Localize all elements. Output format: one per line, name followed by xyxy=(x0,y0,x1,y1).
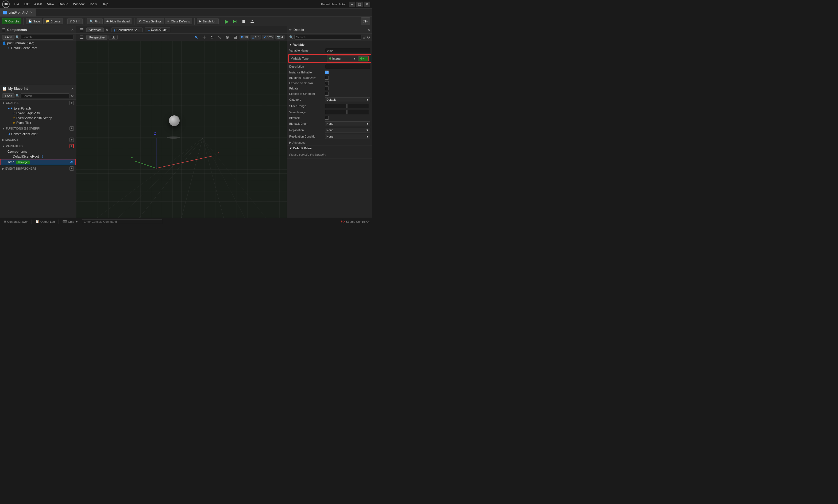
functions-add-icon[interactable]: + xyxy=(70,126,74,131)
details-close-button[interactable]: ✕ xyxy=(368,28,370,32)
menu-help[interactable]: Help xyxy=(100,2,110,7)
blueprint-search-input[interactable] xyxy=(21,93,70,98)
viewport-menu-button[interactable]: ☰ xyxy=(78,27,85,33)
rotate-mode-button[interactable]: ↻ xyxy=(209,34,215,40)
content-drawer-button[interactable]: ⊞ Content Drawer xyxy=(2,219,30,224)
output-log-button[interactable]: 📋 Output Log xyxy=(34,219,56,224)
omo-visibility-icon[interactable]: 👁 xyxy=(70,160,73,164)
details-settings-button[interactable]: ⚙ xyxy=(367,35,370,39)
viewport-tab[interactable]: Viewport xyxy=(86,28,104,32)
blueprint-read-only-checkbox[interactable] xyxy=(325,76,329,79)
menu-window[interactable]: Window xyxy=(71,2,87,7)
value-range-min[interactable] xyxy=(325,110,347,114)
variables-components-item[interactable]: Components xyxy=(0,149,76,154)
variable-type-end-button[interactable]: ▼ xyxy=(359,56,368,61)
blueprint-settings-icon[interactable]: ⚙ xyxy=(71,94,74,98)
source-control-button[interactable]: 🚫 Source Control Off xyxy=(341,220,370,223)
default-value-section-header[interactable]: ▼ Default Value xyxy=(287,146,372,151)
expose-to-cinemati-checkbox[interactable] xyxy=(325,92,329,96)
expose-on-spawn-checkbox[interactable] xyxy=(325,81,329,85)
private-checkbox[interactable] xyxy=(325,87,329,90)
compile-button[interactable]: ⚙ Compile xyxy=(2,18,21,24)
simulation-button[interactable]: ▶ Simulation xyxy=(197,18,219,24)
blueprint-add-button[interactable]: + Add xyxy=(2,93,14,98)
functions-section-header[interactable]: ▼ FUNCTIONS (18 OVERRI + xyxy=(0,125,76,132)
details-search-input[interactable] xyxy=(294,35,361,39)
tab-print-from-arc[interactable]: printFromArc* ✕ xyxy=(0,8,36,17)
description-input[interactable] xyxy=(325,64,370,69)
cmd-dropdown[interactable]: ⌨ Cmd ▼ xyxy=(61,219,80,224)
event-tick-item[interactable]: ◇ Event Tick xyxy=(0,121,76,125)
tab-close-icon[interactable]: ✕ xyxy=(30,11,33,14)
components-default-scene-root-item[interactable]: ✦ DefaultSceneRoot xyxy=(0,46,76,51)
variables-section-header[interactable]: ▼ VARIABLES + xyxy=(0,143,76,149)
graphs-section-header[interactable]: ▼ GRAPHS + xyxy=(0,100,76,106)
macros-add-icon[interactable]: + xyxy=(70,138,74,142)
class-defaults-button[interactable]: ✏ Class Defaults xyxy=(165,18,192,24)
move-mode-button[interactable]: ✛ xyxy=(201,34,207,40)
diff-button[interactable]: ⇄ Diff ▼ xyxy=(67,18,83,24)
close-button[interactable]: ✕ xyxy=(364,2,370,7)
blueprint-close-button[interactable]: ✕ xyxy=(71,87,74,91)
bitmask-enum-select[interactable]: None ▼ xyxy=(325,121,370,126)
event-graph-tab[interactable]: ⊞ Event Graph xyxy=(145,27,171,32)
select-mode-button[interactable]: ↖ xyxy=(193,34,200,40)
default-scene-root-var-item[interactable]: DefaultSceneRoot ⇧ xyxy=(0,154,76,159)
viewport-content[interactable]: X Z Y xyxy=(76,41,287,218)
local-mode-button[interactable]: ⊕ xyxy=(224,34,231,40)
category-select[interactable]: Default ▼ xyxy=(325,97,370,102)
bitmask-checkbox[interactable] xyxy=(325,116,329,120)
replication-condition-select[interactable]: None ▼ xyxy=(325,134,370,139)
construction-script-item[interactable]: ↺ ConstructionScript xyxy=(0,132,76,137)
omo-variable-item[interactable]: omo Integer 👁 xyxy=(0,159,76,165)
menu-asset[interactable]: Asset xyxy=(32,2,45,7)
macros-section-header[interactable]: ▶ MACROS + xyxy=(0,137,76,143)
eject-button[interactable]: ⏏ xyxy=(249,18,256,24)
advanced-row[interactable]: ▶ Advanced xyxy=(287,140,372,145)
menu-debug[interactable]: Debug xyxy=(57,2,70,7)
menu-tools[interactable]: Tools xyxy=(87,2,99,7)
toolbar-expand-button[interactable]: ≫ xyxy=(361,17,370,25)
lit-button[interactable]: Lit xyxy=(108,35,118,40)
variable-type-main-button[interactable]: Integer ▼ xyxy=(327,56,358,61)
details-grid-view-button[interactable]: ⊞ xyxy=(363,35,366,39)
play-button[interactable]: ▶ xyxy=(223,18,230,25)
minimize-button[interactable]: ─ xyxy=(349,2,355,7)
viewport-settings-button[interactable]: ☰ xyxy=(78,34,85,40)
play-next-button[interactable]: ⏭ xyxy=(231,18,239,24)
value-range-max[interactable] xyxy=(347,110,369,114)
find-button[interactable]: 🔍 Find xyxy=(87,18,102,24)
save-button[interactable]: 💾 Save xyxy=(26,18,42,24)
maximize-button[interactable]: □ xyxy=(356,2,363,7)
class-settings-button[interactable]: ⚙ Class Settings xyxy=(137,18,164,24)
menu-file[interactable]: File xyxy=(12,2,21,7)
instance-editable-checkbox[interactable]: ✓ xyxy=(325,71,329,74)
hide-unrelated-button[interactable]: 👁 Hide Unrelated xyxy=(104,18,132,24)
event-dispatchers-section-header[interactable]: ▶ EVENT DISPATCHERS + xyxy=(0,165,76,172)
cmd-input[interactable] xyxy=(82,219,162,224)
variable-section-header[interactable]: ▼ Variable xyxy=(287,42,372,47)
components-close-button[interactable]: ✕ xyxy=(71,28,74,32)
components-root-item[interactable]: 👤 printFromArc (Self) xyxy=(0,41,76,46)
components-search-input[interactable] xyxy=(21,35,74,39)
event-graph-item[interactable]: ✦✦ EventGraph xyxy=(0,106,76,111)
scale-mode-button[interactable]: ⤡ xyxy=(216,34,223,40)
event-dispatchers-add-icon[interactable]: + xyxy=(70,166,74,171)
variables-add-button[interactable]: + xyxy=(70,144,74,148)
surface-snap-button[interactable]: ⊞ xyxy=(232,34,239,40)
replication-select[interactable]: None ▼ xyxy=(325,128,370,132)
slider-range-min[interactable] xyxy=(325,104,347,108)
browse-button[interactable]: 📁 Browse xyxy=(43,18,63,24)
construction-script-tab[interactable]: ƒ Construction Sc... xyxy=(111,28,143,32)
event-actor-begin-overlap-item[interactable]: ◇ Event ActorBeginOverlap xyxy=(0,116,76,121)
menu-edit[interactable]: Edit xyxy=(22,2,32,7)
components-add-button[interactable]: + Add xyxy=(2,35,14,39)
stop-button[interactable]: ⏹ xyxy=(240,18,247,24)
viewport-tab-close[interactable]: ✕ xyxy=(105,28,108,32)
menu-view[interactable]: View xyxy=(45,2,56,7)
slider-range-max[interactable] xyxy=(347,104,369,108)
graphs-add-icon[interactable]: + xyxy=(70,101,74,105)
perspective-button[interactable]: Perspective xyxy=(86,35,107,40)
variable-name-input[interactable] xyxy=(325,48,370,53)
event-begin-play-item[interactable]: ◇ Event BeginPlay xyxy=(0,111,76,116)
